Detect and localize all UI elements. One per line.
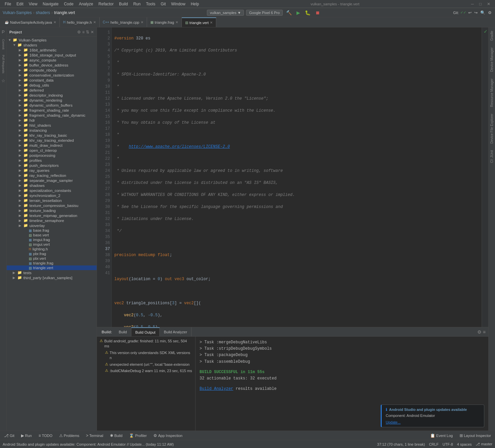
tree-folder-16bit[interactable]: ▶📁16bit_arithmetic: [7, 47, 97, 52]
panel-collapse-btn[interactable]: ⇅: [86, 30, 89, 34]
tree-file-base-frag[interactable]: ▶▦base.frag: [7, 228, 97, 233]
menu-item-git[interactable]: Git: [158, 1, 168, 7]
tree-folder-dynamic-uniform[interactable]: ▶📁dynamic_uniform_buffers: [7, 103, 97, 108]
menu-item-run[interactable]: Run: [131, 1, 143, 7]
maximize-btn[interactable]: □: [477, 1, 484, 7]
tree-folder-tests[interactable]: ▶ 📁 tests: [7, 270, 97, 275]
run-tool-item[interactable]: ▶ Run: [19, 433, 34, 439]
settings-btn[interactable]: ⚙: [487, 10, 492, 16]
build-item-sdk[interactable]: ⚠ This version only understands SDK XML …: [97, 350, 195, 361]
status-position[interactable]: 37:12 (70 chars, 1 line break): [377, 442, 425, 446]
tree-folder-postprocessing[interactable]: ▶📁postprocessing: [7, 153, 97, 158]
undo-btn[interactable]: ↩: [468, 10, 472, 16]
tree-folder-multi-draw[interactable]: ▶📁multi_draw_indirect: [7, 143, 97, 148]
status-crlf[interactable]: CRLF: [429, 442, 439, 446]
tab-java[interactable]: ☕ NativeSampleActivity.java ✕: [1, 17, 60, 27]
tree-folder-instancing[interactable]: ▶📁instancing: [7, 128, 97, 133]
tree-folder-shadows[interactable]: ▶📁shadows: [7, 183, 97, 188]
menu-item-analyze[interactable]: Analyze: [76, 1, 96, 7]
tab-frag[interactable]: ▦ triangle.frag ✕: [147, 17, 182, 27]
debug-btn[interactable]: 🐛: [303, 9, 312, 16]
tree-folder-conservative[interactable]: ▶📁conservative_rasterization: [7, 73, 97, 78]
panel-view-btn[interactable]: ≡: [82, 30, 85, 34]
menu-item-help[interactable]: Help: [188, 1, 202, 7]
tree-item-shaders[interactable]: ▼ 📁 shaders: [7, 42, 97, 47]
ci-junit-label[interactable]: CI: JUnit: [489, 148, 494, 165]
tab-build-output[interactable]: Build Output: [131, 327, 160, 336]
minimize-btn[interactable]: ─: [468, 1, 477, 7]
tree-folder-synchronization[interactable]: ▶📁synchronization_2: [7, 193, 97, 198]
run-btn[interactable]: ▶: [295, 9, 301, 16]
tree-folder-hdr[interactable]: ▶📁hdr: [7, 118, 97, 123]
git-tool-item[interactable]: ⎇ Git: [2, 433, 16, 439]
tree-folder-profiles[interactable]: ▶📁profiles: [7, 158, 97, 163]
layout-inspector-tool-item[interactable]: ⊞ Layout Inspector: [458, 433, 493, 439]
pull-requests-icon[interactable]: Pull Requests: [1, 53, 6, 75]
tree-folder-fragment-rate[interactable]: ▶📁fragment_shading_rate: [7, 108, 97, 113]
gradle-label[interactable]: Gradle: [489, 29, 494, 43]
tree-folder-texture-mipmap[interactable]: ▶📁texture_mipmap_generation: [7, 213, 97, 218]
terminal-tool-item[interactable]: > Terminal: [84, 433, 105, 439]
redo-btn[interactable]: ↪: [474, 10, 478, 16]
menu-item-refactor[interactable]: Refactor: [96, 1, 116, 7]
tree-folder-buffer[interactable]: ▶📁buffer_device_address: [7, 63, 97, 68]
app-inspection-tool-item[interactable]: ⚙ App Inspection: [151, 433, 184, 439]
build-item-unexpected[interactable]: ⚠ unexpected element (uri:"", local:"bas…: [97, 361, 195, 368]
build-tool-item[interactable]: ✱ Build: [108, 433, 124, 439]
tree-folder-texture-comp[interactable]: ▶📁texture_compression_basisu: [7, 203, 97, 208]
menu-item-view[interactable]: View: [26, 1, 40, 7]
project-breadcrumb-2[interactable]: shaders: [36, 10, 50, 15]
tree-file-pbr-frag[interactable]: ▶▦pbr.frag: [7, 251, 97, 256]
tree-folder-16bit-storage[interactable]: ▶📁16bit_storage_input_output: [7, 52, 97, 58]
tree-folder-terrain[interactable]: ▶📁terrain_tessellation: [7, 198, 97, 203]
menu-item-tools[interactable]: Tools: [143, 1, 158, 7]
tree-folder-push-descriptors[interactable]: ▶📁push_descriptors: [7, 163, 97, 168]
tree-folder-khr-basic[interactable]: ▶📁khr_ray_tracing_basic: [7, 133, 97, 138]
tab-vert[interactable]: ▧ triangle.vert ✕: [182, 17, 216, 27]
tree-folder-uioverlay[interactable]: ▶📁uioverlay: [7, 223, 97, 228]
tree-folder-third-party[interactable]: ▶ 📁 third_party [vulkan_samples]: [7, 275, 97, 280]
tree-folder-debug[interactable]: ▶📁debug_utils: [7, 83, 97, 88]
tree-folder-compute[interactable]: ▶📁compute_nbody: [7, 68, 97, 73]
build-btn[interactable]: 🔨: [285, 9, 293, 16]
tree-file-triangle-vert[interactable]: ▶▧triangle.vert: [7, 265, 97, 270]
tree-file-imgui-vert[interactable]: ▶▧imgui.vert: [7, 242, 97, 247]
tab-frag-close[interactable]: ✕: [175, 20, 178, 24]
tree-file-triangle-frag[interactable]: ▶▦triangle.frag: [7, 261, 97, 265]
menu-item-edit[interactable]: Edit: [14, 1, 26, 7]
tree-folder-opencl[interactable]: ▶📁open_cl_interop: [7, 148, 97, 153]
menu-item-window[interactable]: Window: [168, 1, 188, 7]
project-breadcrumb-1[interactable]: Vulkan-Samples: [3, 10, 32, 15]
bottom-list-btn[interactable]: ≡: [483, 329, 486, 335]
tree-folder-descriptor[interactable]: ▶📁descriptor_indexing: [7, 93, 97, 98]
menu-item-build[interactable]: Build: [116, 1, 131, 7]
tree-folder-constant[interactable]: ▶📁constant_data: [7, 78, 97, 83]
bottom-settings-btn[interactable]: ⚙: [477, 329, 482, 335]
panel-close-btn[interactable]: ✕: [91, 30, 94, 34]
device-manager-label[interactable]: Device Manager: [489, 45, 494, 74]
build-analyzer-link[interactable]: Build Analyzer: [200, 386, 233, 391]
problems-tool-item[interactable]: ⚠ Problems: [57, 433, 81, 439]
status-charset[interactable]: UTF-8: [443, 442, 453, 446]
status-message[interactable]: Android Studio and plugin updates availa…: [3, 442, 174, 446]
tab-h-close[interactable]: ✕: [93, 20, 96, 24]
tree-file-imgui-frag[interactable]: ▶▦imgui.frag: [7, 237, 97, 242]
tree-folder-ray-queries[interactable]: ▶📁ray_queries: [7, 168, 97, 173]
run-config-dropdown[interactable]: vulkan_samples ▼: [207, 10, 244, 16]
tree-folder-async[interactable]: ▶📁async_compute: [7, 58, 97, 63]
tree-folder-specialization[interactable]: ▶📁specialization_constants: [7, 188, 97, 193]
tree-file-lighting-h[interactable]: ▶Hlighting.h: [7, 247, 97, 251]
profiler-tool-item[interactable]: ⌛ Profiler: [127, 433, 149, 439]
tab-java-close[interactable]: ✕: [53, 20, 56, 24]
tab-build[interactable]: Build: [115, 327, 131, 336]
menu-item-code[interactable]: Code: [61, 1, 76, 7]
tree-file-base-vert[interactable]: ▶▧base.vert: [7, 233, 97, 237]
stop-btn[interactable]: ⏹: [314, 9, 321, 16]
commit-icon[interactable]: Commit: [1, 38, 6, 51]
tree-folder-dynamic-render[interactable]: ▶📁dynamic_rendering: [7, 98, 97, 103]
event-log-tool-item[interactable]: 📋 Event Log: [428, 433, 455, 439]
code-content[interactable]: #version 320 es /* Copyright (c) 2019, A…: [112, 27, 482, 327]
tree-folder-fragment-rate-dyn[interactable]: ▶📁fragment_shading_rate_dynamic: [7, 113, 97, 118]
tree-file-pbr-vert[interactable]: ▶▧pbr.vert: [7, 256, 97, 261]
tab-vert-close[interactable]: ✕: [210, 21, 213, 24]
